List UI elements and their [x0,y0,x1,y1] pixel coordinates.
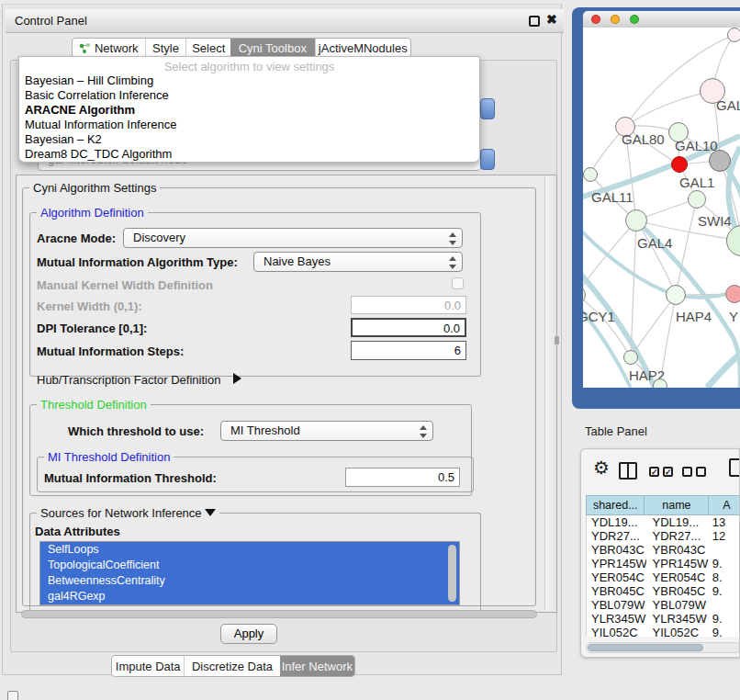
checked-checkboxes-icon[interactable]: ✓ ✓ [649,467,673,477]
unchecked-checkboxes-icon[interactable] [682,467,706,477]
network-icon [79,42,91,54]
tab-infer-network[interactable]: Infer Network [280,656,354,676]
bottom-tab-strip: Impute DataDiscretize DataInfer Network [111,655,355,677]
mi-steps-field[interactable]: 6 [351,341,466,360]
mi-threshold-field[interactable]: 0.5 [345,468,460,487]
float-window-icon[interactable] [529,16,540,27]
table-cell: YDR27... [587,529,646,543]
horizontal-scrollbar-thumb[interactable] [21,610,537,618]
table-cell: YDL19... [587,515,646,529]
network-node[interactable] [653,378,667,388]
network-node[interactable] [709,150,731,172]
network-node-y[interactable] [725,285,740,303]
mi-algorithm-type-select[interactable]: Naive Bayes [253,252,463,272]
tab-cyni-toolbox[interactable]: Cyni Toolbox [230,39,315,57]
aracne-mode-value: Discovery [133,231,185,244]
table-cell: YPR145W [646,557,711,570]
table-row[interactable]: YBR043CYBR043C [587,543,740,557]
algorithm-option[interactable]: Mutual Information Inference [19,118,479,132]
table-row[interactable]: YDL19...YDL19...13 [587,515,740,529]
window-zoom-button[interactable] [630,15,639,24]
table-panel-window: ⚙ ✓ ✓ shared...nameA YDL19...YDL19...13Y… [580,448,740,658]
attribute-list-item[interactable]: SelfLoops [40,542,459,558]
splitter-handle[interactable] [555,336,559,344]
gear-icon[interactable]: ⚙ [593,457,610,479]
table-row[interactable]: YER054CYER054C8. [587,570,740,584]
network-node-gal4[interactable] [625,209,647,231]
network-node[interactable] [727,28,740,42]
table-row[interactable]: YLR345WYLR345W9. [587,612,740,626]
mi-type-label: Mutual Information Algorithm Type: [37,255,238,269]
table-cell: YDR27... [646,529,711,543]
algorithm-option[interactable]: ARACNE Algorithm [19,103,479,118]
tab-impute-data[interactable]: Impute Data [112,656,184,676]
data-attributes-list[interactable]: SelfLoopsTopologicalCoefficientBetweenne… [39,541,460,605]
which-threshold-label: Which threshold to use: [68,424,204,438]
network-node[interactable] [671,156,688,173]
table-header-row: shared...nameA [586,495,740,515]
network-node-gal1[interactable] [688,190,706,209]
table-cell: YDL19... [646,515,711,529]
table-scrollbar-thumb[interactable] [588,644,703,651]
column-header-1[interactable]: shared... [586,495,645,515]
algorithm-option[interactable]: Bayesian – K2 [19,132,479,147]
algorithm-option[interactable]: Bayesian – Hill Climbing [19,73,479,88]
mi-threshold-label: Mutual Information Threshold: [44,471,217,485]
apply-button[interactable]: Apply [220,624,277,644]
attribute-list-item[interactable]: TopologicalCoefficient [40,558,459,573]
network-node-hap4[interactable] [666,285,686,305]
tab-label: Cyni Toolbox [239,41,307,55]
table-horizontal-scrollbar[interactable] [586,642,740,653]
table-row[interactable]: YIL052CYIL052C9. [587,626,740,637]
dpi-tolerance-field[interactable]: 0.0 [351,318,466,337]
close-icon[interactable]: ✖ [546,12,557,27]
table-row[interactable]: YDR27...YDR27...12 [587,529,740,543]
table-cell: 9. [711,626,740,637]
column-header-3[interactable]: A [709,495,740,515]
hidden-combo-button-2 [480,149,495,170]
tab-network[interactable]: Network [73,39,145,57]
table-row[interactable]: YBR045CYBR045C9. [587,584,740,598]
window-minimize-button[interactable] [611,15,620,24]
table-cell: YER054C [646,570,711,584]
tab-style[interactable]: Style [145,39,186,57]
attribute-list-item[interactable]: gal4RGexp [40,589,459,604]
window-close-button[interactable] [591,15,600,24]
manual-kernel-checkbox[interactable] [452,277,464,289]
mi-steps-label: Mutual Information Steps: [37,344,184,358]
collapse-arrow-icon[interactable] [205,509,216,516]
split-columns-icon[interactable] [619,462,637,480]
spinner-arrows-icon [419,425,426,438]
list-scrollbar-thumb[interactable] [448,545,456,602]
top-tab-strip: NetworkStyleSelectCyni ToolboxjActiveMNo… [72,38,411,58]
algorithm-option[interactable]: Basic Correlation Inference [19,88,479,103]
group-title: Algorithm Definition [37,206,148,220]
network-node-gal11[interactable] [583,167,598,182]
checkbox-checked-icon: ✓ [663,467,673,477]
attribute-list-item[interactable]: BetweennessCentrality [40,573,459,589]
file-icon[interactable] [729,458,740,477]
network-node-label: GCY1 [583,309,615,324]
network-node-hap2[interactable] [623,350,638,365]
tab-label: jActiveMNodules [319,41,408,55]
table-cell: YPR145W [587,557,646,570]
algorithm-option[interactable]: Dream8 DC_TDC Algorithm [19,147,479,162]
dpi-tolerance-label: DPI Tolerance [0,1]: [37,322,147,335]
network-window-titlebar[interactable] [583,11,740,28]
expand-arrow-icon[interactable] [233,373,241,384]
kernel-width-field[interactable]: 0.0 [351,296,466,314]
network-canvas[interactable]: GALGAL80GAL10GAL1GAL11GAL4SWI4GCY1HAP4YH… [583,28,740,388]
tab-jactivemnodules[interactable]: jActiveMNodules [315,39,410,57]
aracne-mode-select[interactable]: Discovery [123,228,463,248]
tab-discretize-data[interactable]: Discretize Data [184,656,279,676]
table-row[interactable]: YBL079WYBL079W [587,598,740,612]
which-threshold-select[interactable]: MI Threshold [220,421,433,441]
network-node-label: GAL10 [675,138,718,153]
collapsed-panel-icon[interactable] [7,691,18,700]
vertical-scrollbar[interactable] [544,176,556,611]
tab-select[interactable]: Select [185,39,230,57]
hidden-combo-button [480,98,495,119]
algorithm-placeholder: Select algorithm to view settings [19,57,479,73]
table-row[interactable]: YPR145WYPR145W9. [587,557,740,570]
column-header-2[interactable]: name [645,495,709,515]
